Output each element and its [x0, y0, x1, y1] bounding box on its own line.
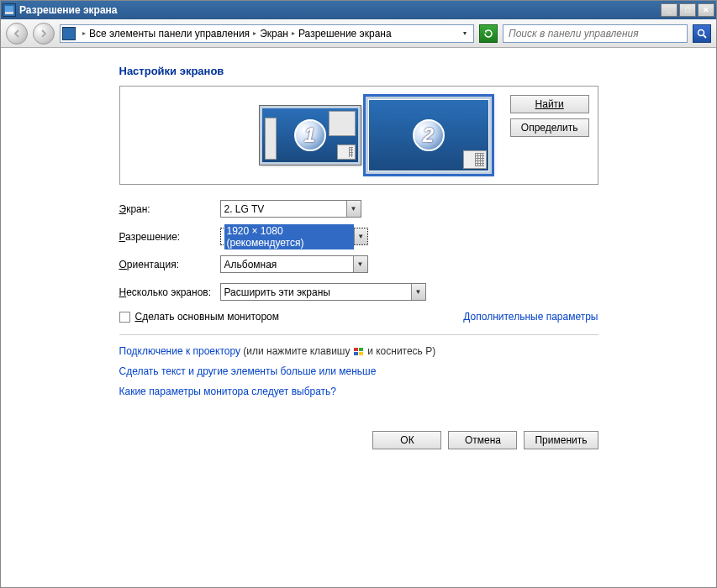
location-icon: [62, 27, 76, 40]
minimize-button[interactable]: _: [661, 3, 677, 17]
orientation-select[interactable]: Альбомная ▼: [220, 255, 368, 273]
navigation-bar: ▸ Все элементы панели управления ▸ Экран…: [1, 19, 716, 48]
which-monitor-link[interactable]: Какие параметры монитора следует выбрать…: [119, 386, 337, 397]
crumb-2[interactable]: Экран: [260, 28, 288, 39]
orientation-label: Ориентация:: [119, 259, 220, 270]
breadcrumb-bar[interactable]: ▸ Все элементы панели управления ▸ Экран…: [60, 24, 474, 43]
crumb-sep-icon: ▸: [253, 29, 256, 37]
page-heading: Настройки экранов: [119, 65, 598, 77]
primary-monitor-label: Сделать основным монитором: [135, 311, 280, 323]
divider: [119, 334, 598, 335]
svg-rect-0: [5, 6, 13, 12]
app-icon: [3, 3, 16, 17]
apply-button[interactable]: Применить: [524, 431, 598, 449]
search-go-button[interactable]: [693, 24, 711, 43]
dropdown-arrow-icon: ▼: [354, 228, 367, 244]
primary-monitor-checkbox[interactable]: [119, 312, 130, 323]
maximize-button[interactable]: □: [679, 3, 696, 17]
text-size-link[interactable]: Сделать текст и другие элементы больше и…: [119, 365, 377, 377]
crumb-1[interactable]: Все элементы панели управления: [89, 28, 250, 39]
monitor-2[interactable]: 2: [366, 97, 492, 174]
crumb-sep-icon: ▸: [82, 29, 86, 37]
back-button[interactable]: [6, 23, 28, 45]
monitor-1-number: 1: [294, 119, 326, 151]
address-dropdown-icon[interactable]: ▾: [458, 29, 472, 37]
window-title: Разрешение экрана: [19, 4, 661, 16]
svg-point-2: [699, 29, 704, 35]
dropdown-arrow-icon: ▼: [411, 284, 425, 300]
search-box[interactable]: [503, 24, 688, 43]
dropdown-arrow-icon: ▼: [346, 201, 361, 217]
monitor-1[interactable]: 1: [260, 106, 361, 165]
advanced-settings-link[interactable]: Дополнительные параметры: [463, 311, 598, 323]
screen-label: Экран:: [119, 203, 220, 215]
calendar-thumb-icon: [337, 144, 356, 160]
window-titlebar: Разрешение экрана _ □ ✕: [1, 1, 716, 19]
forward-button[interactable]: [33, 23, 55, 45]
crumb-sep-icon: ▸: [292, 29, 295, 37]
close-button[interactable]: ✕: [698, 3, 714, 17]
content-area: Настройки экранов 1 2 Найти Определить: [1, 48, 716, 466]
refresh-button[interactable]: [479, 24, 498, 43]
multiple-displays-label: Несколько экранов:: [119, 286, 220, 298]
monitor-2-number: 2: [413, 119, 445, 151]
resolution-label: Разрешение:: [119, 231, 220, 243]
resolution-select[interactable]: 1920 × 1080 (рекомендуется) ▼: [220, 228, 368, 245]
screen-select[interactable]: 2. LG TV ▼: [220, 200, 361, 218]
identify-button[interactable]: Определить: [510, 118, 589, 137]
svg-rect-1: [5, 12, 13, 14]
dropdown-arrow-icon: ▼: [353, 256, 367, 272]
cancel-button[interactable]: Отмена: [448, 431, 517, 449]
search-input[interactable]: [507, 27, 683, 40]
calendar-thumb-icon: [463, 150, 487, 169]
display-preview: 1 2 Найти Определить: [119, 86, 598, 185]
find-button[interactable]: Найти: [510, 95, 589, 113]
multiple-displays-select[interactable]: Расширить эти экраны ▼: [220, 283, 426, 301]
svg-line-3: [704, 35, 706, 38]
projector-link[interactable]: Подключение к проектору: [119, 345, 241, 357]
crumb-3[interactable]: Разрешение экрана: [298, 28, 392, 39]
windows-key-icon: [353, 347, 365, 357]
ok-button[interactable]: ОК: [372, 431, 441, 449]
